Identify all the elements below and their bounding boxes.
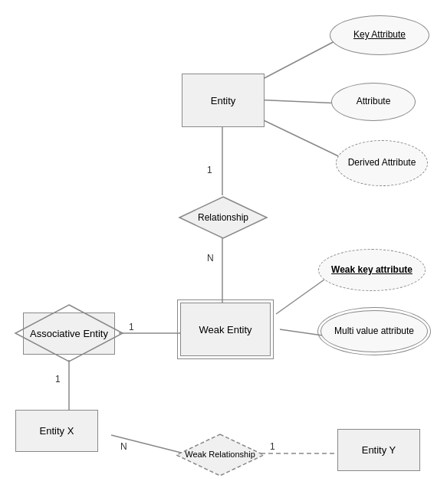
er-diagram: Entity Key Attribute Attribute Derived A… <box>0 0 447 504</box>
svg-line-1 <box>253 100 341 103</box>
derived-attribute-ellipse: Derived Attribute <box>336 140 428 186</box>
label-one2: 1 <box>129 322 134 332</box>
relationship-diamond: Relationship <box>178 195 268 240</box>
svg-line-5 <box>276 276 330 314</box>
entity-y-box: Entity Y <box>337 429 420 471</box>
key-attribute-ellipse: Key Attribute <box>330 15 429 55</box>
entity-x-box: Entity X <box>15 410 98 452</box>
attribute-ellipse: Attribute <box>331 83 416 121</box>
weak-entity-box: Weak Entity <box>180 303 271 356</box>
entity-box: Entity <box>182 74 265 127</box>
weak-key-attribute-ellipse: Weak key attribute <box>318 249 426 291</box>
label-n1: N <box>207 253 214 263</box>
weak-relationship-diamond: Weak Relationship <box>175 433 265 477</box>
associative-entity-diamond <box>14 303 124 363</box>
svg-marker-12 <box>15 305 123 362</box>
label-n2: N <box>120 441 127 452</box>
label-one1: 1 <box>207 165 212 175</box>
label-one3: 1 <box>55 374 61 385</box>
multi-value-attribute-ellipse: Multi value attribute <box>320 310 428 352</box>
label-one4: 1 <box>270 441 275 452</box>
